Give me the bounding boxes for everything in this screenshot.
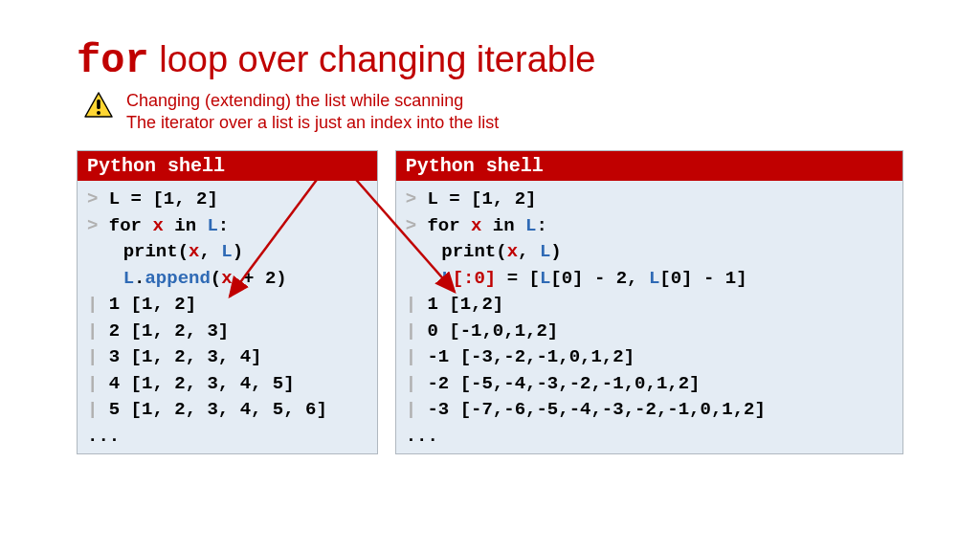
shell-body-right: > L = [1, 2] > for x in L: print(x, L) L…	[396, 181, 902, 453]
svg-point-2	[97, 111, 100, 115]
shell-body-left: > L = [1, 2] > for x in L: print(x, L) L…	[78, 181, 377, 453]
warning-icon	[84, 92, 113, 119]
warning-line-2: The iterator over a list is just an inde…	[126, 112, 499, 134]
shell-panel-right: Python shell > L = [1, 2] > for x in L: …	[395, 150, 903, 454]
warning-row: Changing (extending) the list while scan…	[84, 90, 903, 133]
slide: for loop over changing iterable Changing…	[0, 0, 980, 551]
shell-header-right: Python shell	[396, 151, 902, 181]
page-title: for loop over changing iterable	[77, 38, 903, 84]
panels: Python shell > L = [1, 2] > for x in L: …	[77, 150, 903, 454]
warning-line-1: Changing (extending) the list while scan…	[126, 90, 499, 112]
svg-rect-1	[97, 99, 100, 109]
title-rest: loop over changing iterable	[149, 39, 596, 79]
shell-panel-left: Python shell > L = [1, 2] > for x in L: …	[77, 150, 378, 454]
warning-text: Changing (extending) the list while scan…	[126, 90, 499, 133]
title-keyword: for	[77, 38, 149, 84]
shell-header-left: Python shell	[78, 151, 377, 181]
